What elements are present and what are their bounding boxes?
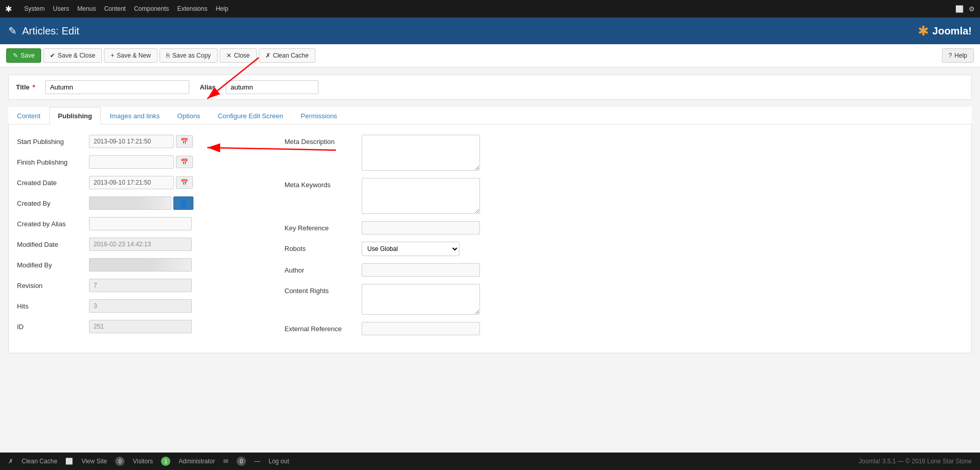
- tab-images-links[interactable]: Images and links: [101, 107, 169, 124]
- revision-input: [89, 279, 192, 292]
- finish-publishing-input[interactable]: [89, 155, 174, 169]
- start-publishing-row: Start Publishing 📅: [17, 135, 264, 148]
- meta-keywords-row: Meta Keywords: [284, 178, 531, 214]
- nav-icon-expand[interactable]: ⬜: [955, 5, 964, 13]
- revision-row: Revision: [17, 279, 264, 292]
- edit-icon: ✎: [8, 25, 17, 37]
- created-by-row: Created By 👤: [17, 196, 264, 210]
- joomla-nav-logo: ✱: [5, 4, 12, 14]
- created-by-alias-row: Created by Alias: [17, 217, 264, 230]
- finish-publishing-calendar-btn[interactable]: 📅: [176, 156, 193, 168]
- form-layout: Start Publishing 📅 Finish Publishing: [17, 135, 963, 342]
- top-navigation: ✱ System Users Menus Content Components …: [0, 0, 980, 17]
- meta-description-label: Meta Description: [284, 135, 357, 146]
- save-close-button[interactable]: ✔ Save & Close: [43, 48, 102, 63]
- clean-cache-button[interactable]: ✗ Clean Cache: [259, 48, 315, 63]
- nav-extensions[interactable]: Extensions: [177, 5, 207, 12]
- content-rights-textarea[interactable]: [362, 284, 480, 315]
- author-row: Author: [284, 263, 531, 277]
- nav-icon-settings[interactable]: ⚙: [969, 5, 975, 13]
- top-nav-right-icons: ⬜ ⚙: [955, 5, 975, 13]
- created-date-calendar-btn[interactable]: 📅: [176, 176, 193, 189]
- alias-input[interactable]: [226, 80, 318, 94]
- joomla-star-icon: ✱: [918, 23, 929, 39]
- modified-by-row: Modified By: [17, 258, 264, 272]
- help-icon: ?: [949, 52, 952, 59]
- form-left: Start Publishing 📅 Finish Publishing: [17, 135, 264, 342]
- author-input[interactable]: [362, 263, 480, 277]
- key-reference-label: Key Reference: [284, 221, 357, 232]
- created-by-user-btn[interactable]: 👤: [173, 196, 193, 210]
- nav-content[interactable]: Content: [104, 5, 126, 12]
- title-input[interactable]: [45, 80, 189, 94]
- modified-date-row: Modified Date: [17, 238, 264, 251]
- start-publishing-input[interactable]: [89, 135, 174, 148]
- save-close-icon: ✔: [50, 52, 55, 59]
- id-row: ID: [17, 320, 264, 333]
- meta-keywords-textarea[interactable]: [362, 178, 480, 214]
- calendar-icon: 📅: [181, 138, 188, 145]
- created-by-label: Created By: [17, 196, 84, 207]
- calendar-icon-3: 📅: [181, 179, 188, 186]
- start-publishing-calendar-btn[interactable]: 📅: [176, 135, 193, 148]
- finish-publishing-label: Finish Publishing: [17, 155, 84, 166]
- start-publishing-label: Start Publishing: [17, 135, 84, 146]
- created-by-input[interactable]: [89, 196, 171, 210]
- start-publishing-group: 📅: [89, 135, 193, 148]
- hits-label: Hits: [17, 299, 84, 310]
- hits-input: [89, 299, 192, 313]
- key-reference-row: Key Reference: [284, 221, 531, 234]
- save-new-icon: +: [111, 52, 114, 59]
- nav-system[interactable]: System: [24, 5, 45, 12]
- joomla-brand-text: Joomla!: [932, 25, 972, 37]
- tab-publishing[interactable]: Publishing: [49, 107, 101, 124]
- clean-cache-icon: ✗: [265, 52, 271, 59]
- created-date-group: 📅: [89, 176, 193, 189]
- page-title: ✎ Articles: Edit: [8, 25, 79, 37]
- title-row: Title * Alias: [8, 75, 972, 100]
- created-by-group: 👤: [89, 196, 193, 210]
- tab-content[interactable]: Content: [8, 107, 49, 124]
- meta-description-textarea[interactable]: [362, 135, 480, 171]
- nav-help[interactable]: Help: [216, 5, 228, 12]
- title-label: Title *: [16, 83, 35, 91]
- created-date-row: Created Date 📅: [17, 176, 264, 189]
- meta-keywords-label: Meta Keywords: [284, 178, 357, 189]
- id-input: [89, 320, 192, 333]
- tab-options[interactable]: Options: [169, 107, 209, 124]
- modified-by-input: [89, 258, 192, 272]
- save-button[interactable]: ✎ Save: [6, 48, 41, 63]
- required-marker: *: [32, 83, 35, 91]
- form-right: Meta Description Meta Keywords Key Refer…: [284, 135, 531, 342]
- tab-permissions[interactable]: Permissions: [292, 107, 346, 124]
- modified-by-label: Modified By: [17, 258, 84, 269]
- publishing-tab-content: Start Publishing 📅 Finish Publishing: [8, 124, 972, 353]
- created-date-label: Created Date: [17, 176, 84, 187]
- user-icon: 👤: [179, 199, 188, 207]
- save-copy-button[interactable]: ⎘ Save as Copy: [159, 48, 218, 63]
- close-icon: ✕: [226, 52, 231, 59]
- external-reference-input[interactable]: [362, 322, 480, 335]
- author-label: Author: [284, 263, 357, 274]
- joomla-logo: ✱ Joomla!: [918, 23, 972, 39]
- finish-publishing-row: Finish Publishing 📅: [17, 155, 264, 169]
- created-date-input[interactable]: [89, 176, 174, 189]
- alias-label: Alias: [200, 83, 216, 91]
- external-reference-row: External Reference: [284, 322, 531, 335]
- robots-select[interactable]: Use Global Index, Follow No Index, Follo…: [362, 242, 459, 256]
- robots-label: Robots: [284, 242, 357, 252]
- nav-menus[interactable]: Menus: [77, 5, 96, 12]
- modified-date-label: Modified Date: [17, 238, 84, 248]
- content-rights-row: Content Rights: [284, 284, 531, 315]
- close-button[interactable]: ✕ Close: [220, 48, 257, 63]
- tab-configure-edit[interactable]: Configure Edit Screen: [209, 107, 292, 124]
- key-reference-input[interactable]: [362, 221, 480, 234]
- id-label: ID: [17, 320, 84, 331]
- tabs: Content Publishing Images and links Opti…: [8, 107, 972, 124]
- nav-components[interactable]: Components: [134, 5, 169, 12]
- created-by-alias-input[interactable]: [89, 217, 192, 230]
- help-button[interactable]: ? Help: [942, 48, 974, 63]
- nav-users[interactable]: Users: [53, 5, 69, 12]
- calendar-icon-2: 📅: [181, 158, 188, 166]
- save-new-button[interactable]: + Save & New: [104, 48, 157, 63]
